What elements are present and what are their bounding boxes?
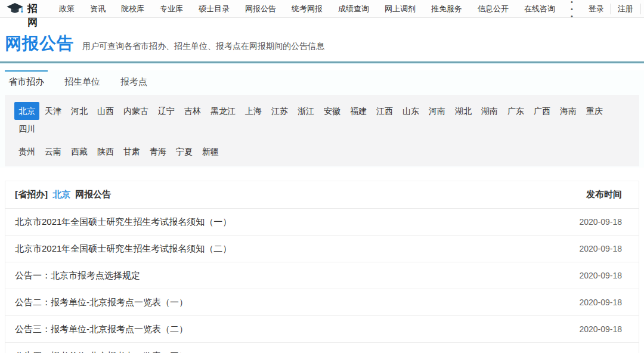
announcement-title-link[interactable]: 北京市2021年全国硕士研究生招生考试报名须知（一） xyxy=(15,216,231,228)
graduation-cap-icon xyxy=(6,2,24,16)
announcement-date: 2020-09-18 xyxy=(579,244,622,253)
announcement-table-header: [省招办] 北京 网报公告 发布时间 xyxy=(5,181,639,209)
announcement-table: [省招办] 北京 网报公告 发布时间 北京市2021年全国硕士研究生招生考试报名… xyxy=(5,181,639,353)
table-row: 公告三：报考单位-北京报考点一览表（二） 2020-09-18 xyxy=(5,316,639,343)
province-item[interactable]: 新疆 xyxy=(198,143,223,160)
province-item[interactable]: 山西 xyxy=(93,102,118,120)
announcement-date: 2020-09-18 xyxy=(579,324,622,334)
account-links: 登录 注册 帮助中心 xyxy=(582,4,644,14)
province-item[interactable]: 吉林 xyxy=(180,102,205,120)
province-item[interactable]: 陕西 xyxy=(93,143,118,160)
province-item[interactable]: 河南 xyxy=(425,102,450,120)
province-item[interactable]: 上海 xyxy=(241,102,266,120)
category-tab[interactable]: 招生单位 xyxy=(61,70,104,94)
nav-item[interactable]: 网上调剂 xyxy=(377,4,423,14)
province-item[interactable]: 天津 xyxy=(41,102,66,120)
province-item[interactable]: 河北 xyxy=(67,102,92,120)
announcement-title-link[interactable]: 公告三：报考单位-北京报考点一览表（二） xyxy=(15,324,188,335)
account-link[interactable]: 登录 xyxy=(582,4,611,14)
province-item[interactable]: 贵州 xyxy=(14,143,39,160)
province-item[interactable]: 广西 xyxy=(530,102,555,120)
announcement-title-link[interactable]: 公告一：北京市报考点选择规定 xyxy=(15,270,140,281)
province-item[interactable]: 甘肃 xyxy=(119,143,144,160)
province-row-2: 贵州 云南 西藏 陕西 甘肃 青海 宁夏 新疆 xyxy=(14,143,630,160)
nav-more-icon[interactable]: • • • xyxy=(563,0,582,20)
nav-item[interactable]: 成绩查询 xyxy=(330,4,377,14)
province-item[interactable]: 宁夏 xyxy=(172,143,197,160)
main-nav: 政策 资讯 院校库 专业库 硕士目录 网报公告 统考网报 成绩查询 网上调剂 推… xyxy=(51,4,563,14)
header-divider xyxy=(0,61,644,63)
table-row: 公告二：报考单位-北京报考点一览表（一） 2020-09-18 xyxy=(5,289,639,316)
province-panel: 北京 天津 河北 山西 内蒙古 辽宁 吉林 黑龙江 上海 江苏 浙江 xyxy=(5,95,639,166)
content-band: 省市招办 招生单位 报考点 北京 天津 河北 山西 内蒙古 辽宁 吉林 xyxy=(0,70,644,168)
page-header: 网报公告 用户可查询各省市招办、招生单位、报考点在网报期间的公告信息 xyxy=(0,18,644,61)
nav-item[interactable]: 推免服务 xyxy=(423,4,470,14)
page-subtitle: 用户可查询各省市招办、招生单位、报考点在网报期间的公告信息 xyxy=(82,41,324,52)
province-row-1: 北京 天津 河北 山西 内蒙古 辽宁 吉林 黑龙江 上海 江苏 浙江 xyxy=(14,102,630,138)
announcement-date: 2020-09-18 xyxy=(579,217,622,227)
announcement-title-link[interactable]: 北京市2021年全国硕士研究生招生考试报名须知（二） xyxy=(15,243,231,255)
province-item[interactable]: 广东 xyxy=(503,102,528,120)
table-row: 北京市2021年全国硕士研究生招生考试报名须知（一） 2020-09-18 xyxy=(5,209,639,236)
category-tab[interactable]: 省市招办 xyxy=(5,70,48,94)
province-item[interactable]: 浙江 xyxy=(293,102,318,120)
nav-item[interactable]: 网报公告 xyxy=(237,4,284,14)
nav-item[interactable]: 院校库 xyxy=(113,4,152,14)
table-title-region-link[interactable]: 北京 xyxy=(52,189,70,199)
province-item[interactable]: 四川 xyxy=(14,120,39,138)
province-item[interactable]: 云南 xyxy=(41,143,66,160)
province-item[interactable]: 重庆 xyxy=(582,102,607,120)
topbar: 研招网 政策 资讯 院校库 专业库 硕士目录 网报公告 统考网报 成绩查询 网上… xyxy=(0,0,644,18)
announcement-date: 2020-09-18 xyxy=(579,271,622,280)
province-item[interactable]: 黑龙江 xyxy=(206,102,240,120)
publish-date-column-header: 发布时间 xyxy=(586,189,622,200)
announcement-date: 2020-09-18 xyxy=(579,298,622,307)
province-item[interactable]: 内蒙古 xyxy=(119,102,153,120)
logo-text: 研招网 xyxy=(27,0,38,29)
account-link[interactable]: 注册 xyxy=(611,4,640,14)
province-item[interactable]: 湖南 xyxy=(477,102,502,120)
category-tabs: 省市招办 招生单位 报考点 xyxy=(0,70,644,94)
province-item[interactable]: 江苏 xyxy=(267,102,292,120)
announcement-rows: 北京市2021年全国硕士研究生招生考试报名须知（一） 2020-09-18 北京… xyxy=(5,209,639,353)
table-title-prefix: [省招办] xyxy=(15,189,48,199)
province-item[interactable]: 山东 xyxy=(398,102,423,120)
nav-item[interactable]: 政策 xyxy=(51,4,82,14)
announcement-title-link[interactable]: 公告二：报考单位-北京报考点一览表（一） xyxy=(15,297,188,308)
table-title-suffix: 网报公告 xyxy=(75,189,111,199)
province-item[interactable]: 北京 xyxy=(14,102,39,120)
province-item[interactable]: 湖北 xyxy=(451,102,476,120)
category-tab[interactable]: 报考点 xyxy=(117,70,151,94)
nav-item[interactable]: 专业库 xyxy=(152,4,191,14)
table-row: 公告一：北京市报考点选择规定 2020-09-18 xyxy=(5,262,639,289)
nav-item[interactable]: 在线咨询 xyxy=(516,4,563,14)
nav-item[interactable]: 信息公开 xyxy=(470,4,516,14)
nav-item[interactable]: 资讯 xyxy=(82,4,113,14)
province-item[interactable]: 西藏 xyxy=(67,143,92,160)
nav-item[interactable]: 统考网报 xyxy=(284,4,330,14)
nav-item[interactable]: 硕士目录 xyxy=(191,4,237,14)
site-logo[interactable]: 研招网 xyxy=(6,0,38,29)
page-title: 网报公告 xyxy=(5,32,74,55)
province-item[interactable]: 海南 xyxy=(556,102,581,120)
table-row: 公告四：报考单位-北京报考点一览表（三） 2020-09-18 xyxy=(5,343,639,353)
announcement-title-link[interactable]: 公告四：报考单位-北京报考点一览表（三） xyxy=(15,351,188,353)
account-link[interactable]: 帮助中心 xyxy=(640,4,644,14)
province-item[interactable]: 辽宁 xyxy=(154,102,179,120)
province-item[interactable]: 青海 xyxy=(145,143,171,160)
table-row: 北京市2021年全国硕士研究生招生考试报名须知（二） 2020-09-18 xyxy=(5,236,639,262)
announcement-table-title: [省招办] 北京 网报公告 xyxy=(15,189,111,200)
province-item[interactable]: 安徽 xyxy=(320,102,345,120)
province-item[interactable]: 福建 xyxy=(346,102,371,120)
province-item[interactable]: 江西 xyxy=(372,102,397,120)
